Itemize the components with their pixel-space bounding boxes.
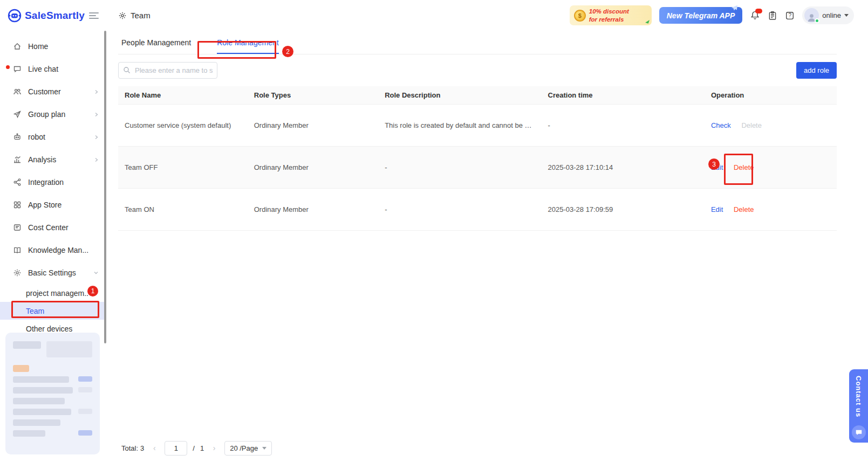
online-status-dot <box>815 18 819 23</box>
page-number-input[interactable] <box>165 441 187 456</box>
pagination: Total: 3 ‹ / 1 › 20 /Page <box>118 434 837 462</box>
delete-link[interactable]: Delete <box>741 121 762 129</box>
sidebar-item-label: robot <box>28 133 87 141</box>
notifications-button[interactable] <box>750 10 760 20</box>
toolbar: add role <box>118 62 837 79</box>
edit-link[interactable]: Edit <box>711 163 723 171</box>
telegram-app-banner[interactable]: New Telegram APP <box>659 7 743 24</box>
creation-time: 2025-03-28 17:09:59 <box>542 205 705 213</box>
gear-icon <box>118 11 127 20</box>
role-description: This role is created by default and cann… <box>378 121 541 129</box>
sidebar-item-live-chat[interactable]: Live chat <box>0 58 106 80</box>
edit-link[interactable]: Edit <box>711 205 723 213</box>
delete-link[interactable]: Delete <box>734 163 754 171</box>
discount-text: 10% discount for referrals <box>589 8 629 23</box>
page-size-select[interactable]: 20 /Page <box>224 441 272 456</box>
page-title-text: Team <box>131 11 151 20</box>
sidebar-item-analysis[interactable]: Analysis <box>0 148 106 171</box>
user-status-menu[interactable]: online <box>802 6 854 24</box>
table-header-row: Role Name Role Types Role Description Cr… <box>118 86 837 105</box>
sidebar-item-integration[interactable]: Integration <box>0 171 106 194</box>
sidebar-item-label: Basic Settings <box>28 268 87 277</box>
creation-time: - <box>542 121 705 129</box>
sidebar-item-home[interactable]: Home <box>0 35 106 58</box>
contact-us-tab[interactable]: Contact us <box>849 369 868 443</box>
chat-icon <box>13 65 22 73</box>
total-pages: 1 <box>200 444 204 452</box>
telegram-banner-text: New Telegram APP <box>667 11 735 20</box>
blurred-account-panel <box>5 333 100 454</box>
role-name: Customer service (system default) <box>118 121 248 129</box>
sidebar-item-group-plan[interactable]: Group plan <box>0 103 106 126</box>
chevron-right-icon <box>94 89 99 94</box>
table-row: Team OFF Ordinary Member - 2025-03-28 17… <box>118 147 837 189</box>
total-label: Total: <box>121 444 138 452</box>
book-icon <box>13 246 22 254</box>
creation-time: 2025-03-28 17:10:14 <box>542 163 705 171</box>
referral-discount-banner[interactable]: $ 10% discount for referrals <box>570 5 652 25</box>
help-button[interactable]: ? <box>785 11 795 20</box>
sidebar-item-team[interactable]: Team <box>0 302 106 320</box>
column-header-role-description: Role Description <box>378 91 541 99</box>
search-input[interactable] <box>118 62 217 79</box>
next-page-button[interactable]: › <box>209 444 219 452</box>
column-header-creation-time: Creation time <box>542 91 705 99</box>
growth-arrow-icon <box>645 19 650 24</box>
invoice-icon <box>13 223 22 232</box>
tab-bar: People Management Role Management <box>118 31 837 54</box>
check-link[interactable]: Check <box>711 121 731 129</box>
avatar <box>804 8 819 23</box>
integration-icon <box>13 178 22 187</box>
row-actions: Check Delete <box>705 121 837 129</box>
sidebar-nav: Home Live chat Customer Group plan robot <box>0 31 106 337</box>
home-icon <box>13 42 22 51</box>
row-actions: Edit Delete <box>705 163 837 171</box>
brand-logo-icon <box>8 9 22 23</box>
top-header: Team $ 10% discount for referrals New Te… <box>106 0 868 31</box>
tasks-button[interactable] <box>768 11 777 20</box>
tab-role-management[interactable]: Role Management <box>217 38 278 54</box>
table-row: Customer service (system default) Ordina… <box>118 105 837 147</box>
tab-people-management[interactable]: People Management <box>121 38 191 54</box>
column-header-role-types: Role Types <box>248 91 378 99</box>
role-type: Ordinary Member <box>248 121 378 129</box>
chevron-down-icon <box>262 447 266 450</box>
sidebar-item-label: Customer <box>28 87 87 96</box>
contact-us-label: Contact us <box>855 376 863 425</box>
sidebar-item-robot[interactable]: robot <box>0 126 106 148</box>
sidebar: SaleSmartly Home Live chat Customer Grou… <box>0 0 106 462</box>
sidebar-item-customer[interactable]: Customer <box>0 80 106 103</box>
sidebar-item-knowledge[interactable]: Knowledge Man... <box>0 239 106 261</box>
chevron-down-icon <box>844 14 849 17</box>
sidebar-collapse-button[interactable] <box>89 12 99 19</box>
sidebar-item-label: Live chat <box>28 65 99 73</box>
chevron-right-icon <box>94 157 99 162</box>
brand-name: SaleSmartly <box>25 10 86 22</box>
sidebar-item-basic-settings[interactable]: Basic Settings <box>0 261 106 284</box>
sidebar-item-app-store[interactable]: App Store <box>0 194 106 216</box>
search-box <box>118 62 217 79</box>
grid-icon <box>13 201 22 209</box>
clipboard-icon <box>768 11 777 20</box>
role-name: Team ON <box>118 205 248 213</box>
users-icon <box>13 87 22 96</box>
sidebar-item-project-management[interactable]: project managem.. <box>0 284 106 302</box>
status-label: online <box>822 11 841 19</box>
column-header-operation: Operation <box>705 91 837 99</box>
prev-page-button[interactable]: ‹ <box>149 444 159 452</box>
add-role-button[interactable]: add role <box>796 62 837 79</box>
send-icon <box>13 110 22 119</box>
sidebar-scrollbar[interactable] <box>104 31 106 343</box>
search-icon <box>123 66 131 74</box>
role-description: - <box>378 163 541 171</box>
sidebar-item-label: Integration <box>28 178 99 187</box>
coin-icon: $ <box>574 10 586 22</box>
chart-icon <box>13 155 22 164</box>
page-title: Team <box>118 11 151 20</box>
sidebar-item-cost-center[interactable]: Cost Center <box>0 216 106 239</box>
help-glyph: ? <box>785 12 795 18</box>
chevron-down-icon <box>93 270 99 275</box>
content-area: People Management Role Management add ro… <box>106 31 868 462</box>
delete-link[interactable]: Delete <box>734 205 754 213</box>
role-type: Ordinary Member <box>248 163 378 171</box>
